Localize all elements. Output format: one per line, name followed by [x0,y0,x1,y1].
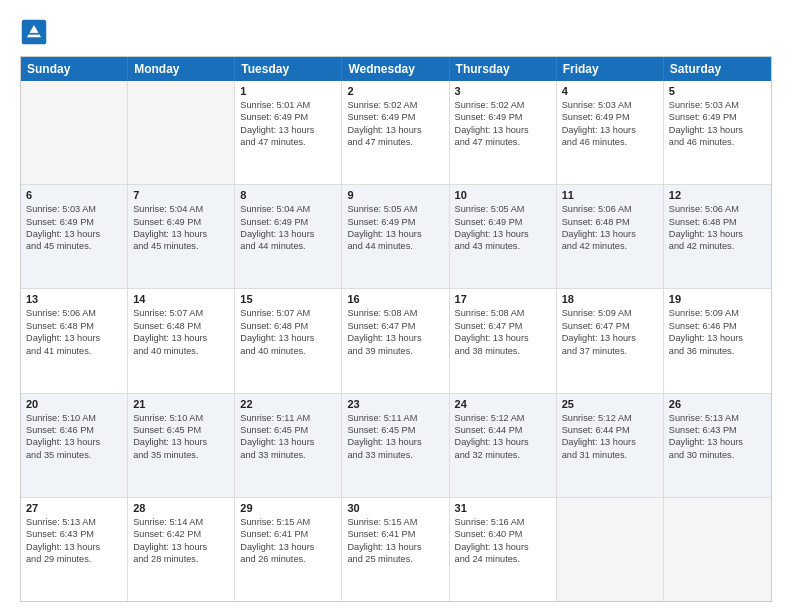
cal-cell-r2-c2: 15Sunrise: 5:07 AMSunset: 6:48 PMDayligh… [235,289,342,392]
weekday-header-sunday: Sunday [21,57,128,81]
page: SundayMondayTuesdayWednesdayThursdayFrid… [0,0,792,612]
day-number: 8 [240,189,336,201]
cal-cell-r1-c0: 6Sunrise: 5:03 AMSunset: 6:49 PMDaylight… [21,185,128,288]
day-number: 29 [240,502,336,514]
cal-cell-r1-c2: 8Sunrise: 5:04 AMSunset: 6:49 PMDaylight… [235,185,342,288]
cell-line: Sunrise: 5:14 AM [133,516,229,528]
cell-line: and 35 minutes. [26,449,122,461]
day-number: 19 [669,293,766,305]
cell-line: Daylight: 13 hours [347,436,443,448]
day-number: 14 [133,293,229,305]
cell-line: Sunset: 6:44 PM [455,424,551,436]
cal-cell-r1-c1: 7Sunrise: 5:04 AMSunset: 6:49 PMDaylight… [128,185,235,288]
cell-line: Daylight: 13 hours [562,436,658,448]
cal-cell-r0-c4: 3Sunrise: 5:02 AMSunset: 6:49 PMDaylight… [450,81,557,184]
cell-line: and 45 minutes. [133,240,229,252]
cell-line: Sunset: 6:49 PM [455,111,551,123]
day-number: 12 [669,189,766,201]
day-number: 22 [240,398,336,410]
day-number: 23 [347,398,443,410]
cell-line: Sunset: 6:46 PM [26,424,122,436]
cell-line: and 31 minutes. [562,449,658,461]
cal-cell-r3-c4: 24Sunrise: 5:12 AMSunset: 6:44 PMDayligh… [450,394,557,497]
cell-line: Sunrise: 5:03 AM [669,99,766,111]
cal-cell-r0-c2: 1Sunrise: 5:01 AMSunset: 6:49 PMDaylight… [235,81,342,184]
cell-line: Sunset: 6:45 PM [240,424,336,436]
day-number: 15 [240,293,336,305]
cell-line: Daylight: 13 hours [347,332,443,344]
weekday-header-wednesday: Wednesday [342,57,449,81]
day-number: 18 [562,293,658,305]
cell-line: Daylight: 13 hours [455,541,551,553]
calendar-row-2: 6Sunrise: 5:03 AMSunset: 6:49 PMDaylight… [21,184,771,288]
cell-line: Sunrise: 5:09 AM [669,307,766,319]
day-number: 9 [347,189,443,201]
cell-line: Daylight: 13 hours [347,541,443,553]
cell-line: and 46 minutes. [669,136,766,148]
calendar: SundayMondayTuesdayWednesdayThursdayFrid… [20,56,772,602]
cell-line: and 37 minutes. [562,345,658,357]
day-number: 11 [562,189,658,201]
cell-line: Daylight: 13 hours [26,228,122,240]
cell-line: Sunrise: 5:02 AM [347,99,443,111]
cell-line: and 42 minutes. [669,240,766,252]
cell-line: Sunset: 6:48 PM [26,320,122,332]
cal-cell-r2-c1: 14Sunrise: 5:07 AMSunset: 6:48 PMDayligh… [128,289,235,392]
cal-cell-r4-c2: 29Sunrise: 5:15 AMSunset: 6:41 PMDayligh… [235,498,342,601]
cell-line: Sunrise: 5:06 AM [26,307,122,319]
cell-line: Sunrise: 5:15 AM [240,516,336,528]
cal-cell-r1-c5: 11Sunrise: 5:06 AMSunset: 6:48 PMDayligh… [557,185,664,288]
cell-line: Daylight: 13 hours [26,332,122,344]
cell-line: Daylight: 13 hours [347,228,443,240]
cell-line: Daylight: 13 hours [455,436,551,448]
cell-line: Daylight: 13 hours [347,124,443,136]
day-number: 3 [455,85,551,97]
calendar-header: SundayMondayTuesdayWednesdayThursdayFrid… [21,57,771,81]
cell-line: Sunset: 6:42 PM [133,528,229,540]
cell-line: Sunset: 6:44 PM [562,424,658,436]
cell-line: Sunset: 6:49 PM [455,216,551,228]
day-number: 1 [240,85,336,97]
cell-line: Sunrise: 5:13 AM [669,412,766,424]
day-number: 31 [455,502,551,514]
cell-line: Daylight: 13 hours [562,228,658,240]
cell-line: and 45 minutes. [26,240,122,252]
cell-line: and 40 minutes. [133,345,229,357]
cal-cell-r3-c2: 22Sunrise: 5:11 AMSunset: 6:45 PMDayligh… [235,394,342,497]
cal-cell-r0-c0 [21,81,128,184]
svg-rect-2 [29,33,40,35]
cell-line: Sunrise: 5:06 AM [669,203,766,215]
cell-line: Sunset: 6:47 PM [347,320,443,332]
cell-line: and 44 minutes. [240,240,336,252]
cell-line: Sunrise: 5:04 AM [133,203,229,215]
cell-line: and 32 minutes. [455,449,551,461]
cell-line: and 36 minutes. [669,345,766,357]
cell-line: Daylight: 13 hours [133,228,229,240]
cal-cell-r3-c0: 20Sunrise: 5:10 AMSunset: 6:46 PMDayligh… [21,394,128,497]
cell-line: Daylight: 13 hours [562,332,658,344]
cell-line: Sunrise: 5:01 AM [240,99,336,111]
cal-cell-r1-c3: 9Sunrise: 5:05 AMSunset: 6:49 PMDaylight… [342,185,449,288]
cell-line: Sunrise: 5:07 AM [240,307,336,319]
cell-line: Daylight: 13 hours [669,332,766,344]
cell-line: Sunset: 6:45 PM [347,424,443,436]
cal-cell-r1-c6: 12Sunrise: 5:06 AMSunset: 6:48 PMDayligh… [664,185,771,288]
day-number: 21 [133,398,229,410]
cal-cell-r4-c0: 27Sunrise: 5:13 AMSunset: 6:43 PMDayligh… [21,498,128,601]
cell-line: and 42 minutes. [562,240,658,252]
header [20,18,772,46]
cal-cell-r2-c0: 13Sunrise: 5:06 AMSunset: 6:48 PMDayligh… [21,289,128,392]
cell-line: Sunrise: 5:12 AM [455,412,551,424]
cell-line: and 33 minutes. [347,449,443,461]
cal-cell-r2-c5: 18Sunrise: 5:09 AMSunset: 6:47 PMDayligh… [557,289,664,392]
day-number: 26 [669,398,766,410]
day-number: 16 [347,293,443,305]
cal-cell-r3-c5: 25Sunrise: 5:12 AMSunset: 6:44 PMDayligh… [557,394,664,497]
cell-line: Sunrise: 5:06 AM [562,203,658,215]
cal-cell-r3-c6: 26Sunrise: 5:13 AMSunset: 6:43 PMDayligh… [664,394,771,497]
cell-line: Sunrise: 5:12 AM [562,412,658,424]
calendar-row-4: 20Sunrise: 5:10 AMSunset: 6:46 PMDayligh… [21,393,771,497]
cal-cell-r4-c1: 28Sunrise: 5:14 AMSunset: 6:42 PMDayligh… [128,498,235,601]
cell-line: Daylight: 13 hours [240,436,336,448]
cell-line: Sunrise: 5:11 AM [347,412,443,424]
